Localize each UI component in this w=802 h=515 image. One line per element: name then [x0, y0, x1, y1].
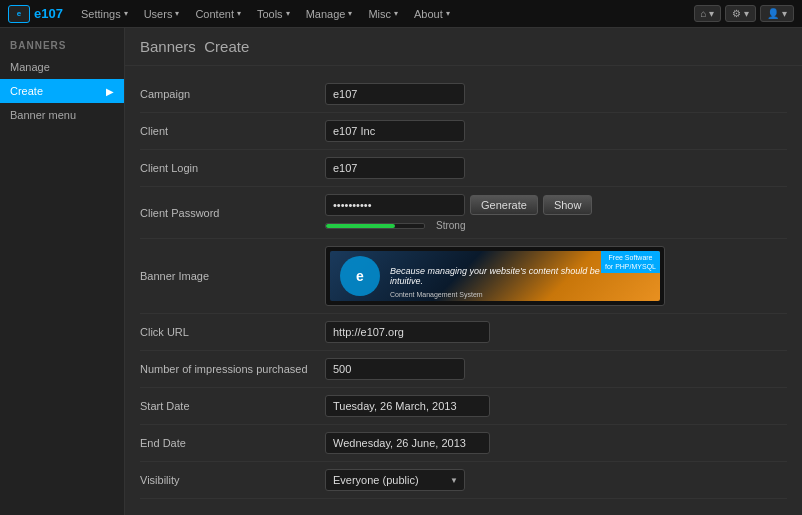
start-date-row: Start Date	[140, 388, 787, 425]
nav-content[interactable]: Content ▾	[187, 0, 249, 28]
strength-label: Strong	[436, 220, 465, 231]
client-password-control: Generate Show Strong	[325, 194, 787, 231]
client-control	[325, 120, 787, 142]
user-button[interactable]: 👤 ▾	[760, 5, 794, 22]
nav-items: Settings ▾ Users ▾ Content ▾ Tools ▾ Man…	[73, 0, 694, 28]
strength-bar-fill	[326, 224, 395, 228]
end-date-label: End Date	[140, 437, 325, 449]
password-row: Generate Show	[325, 194, 787, 216]
main-layout: BANNERS Manage Create ▶ Banner menu Bann…	[0, 28, 802, 515]
client-row: Client	[140, 113, 787, 150]
client-login-label: Client Login	[140, 162, 325, 174]
sidebar-item-create[interactable]: Create ▶	[0, 79, 124, 103]
client-login-control	[325, 157, 787, 179]
nav-tools[interactable]: Tools ▾	[249, 0, 298, 28]
start-date-label: Start Date	[140, 400, 325, 412]
settings-button[interactable]: ⚙ ▾	[725, 5, 756, 22]
form-area: Campaign Client Client Login	[125, 66, 802, 515]
nav-about[interactable]: About ▾	[406, 0, 458, 28]
show-button[interactable]: Show	[543, 195, 593, 215]
client-password-input[interactable]	[325, 194, 465, 216]
visibility-row: Visibility Everyone (public) Members onl…	[140, 462, 787, 499]
logo-icon: e	[8, 5, 30, 23]
banner-preview-background: e Because managing your website's conten…	[330, 251, 660, 301]
arrow-icon: ▶	[106, 86, 114, 97]
client-input[interactable]	[325, 120, 465, 142]
content-header: Banners Create	[125, 28, 802, 66]
sidebar-item-manage[interactable]: Manage	[0, 55, 124, 79]
banner-main-text: Because managing your website's content …	[390, 266, 600, 286]
top-navigation: e e107 Settings ▾ Users ▾ Content ▾ Tool…	[0, 0, 802, 28]
caret-icon: ▾	[394, 9, 398, 18]
home-button[interactable]: ⌂ ▾	[694, 5, 722, 22]
caret-icon: ▾	[237, 9, 241, 18]
banner-image-row: Banner Image e Because managing your web…	[140, 239, 787, 314]
nav-users[interactable]: Users ▾	[136, 0, 188, 28]
nav-misc[interactable]: Misc ▾	[360, 0, 406, 28]
content-area: Banners Create Campaign Client Client Lo	[125, 28, 802, 515]
end-date-control	[325, 432, 787, 454]
sidebar-item-banner-menu[interactable]: Banner menu	[0, 103, 124, 127]
caret-icon: ▾	[348, 9, 352, 18]
campaign-input[interactable]	[325, 83, 465, 105]
nav-manage[interactable]: Manage ▾	[298, 0, 361, 28]
strength-bar-container: Strong	[325, 220, 787, 231]
caret-icon: ▾	[286, 9, 290, 18]
visibility-control: Everyone (public) Members only Admins on…	[325, 469, 787, 491]
page-title: Banners Create	[140, 38, 787, 55]
banner-logo: e	[340, 256, 380, 296]
impressions-input[interactable]	[325, 358, 465, 380]
caret-icon: ▾	[124, 9, 128, 18]
banner-image-preview: e Because managing your website's conten…	[325, 246, 665, 306]
click-url-label: Click URL	[140, 326, 325, 338]
impressions-row: Number of impressions purchased	[140, 351, 787, 388]
generate-button[interactable]: Generate	[470, 195, 538, 215]
client-login-input[interactable]	[325, 157, 465, 179]
logo-text: e107	[34, 6, 63, 21]
impressions-label: Number of impressions purchased	[140, 363, 325, 375]
caret-icon: ▾	[175, 9, 179, 18]
start-date-control	[325, 395, 787, 417]
click-url-control	[325, 321, 787, 343]
banner-logo-icon: e	[340, 256, 380, 296]
banner-small-text: Content Management System	[390, 291, 483, 298]
create-row: Create	[140, 499, 787, 515]
client-password-label: Client Password	[140, 207, 325, 219]
logo: e e107	[8, 5, 63, 23]
client-label: Client	[140, 125, 325, 137]
campaign-label: Campaign	[140, 88, 325, 100]
sidebar-heading: BANNERS	[0, 36, 124, 55]
strength-bar-track	[325, 223, 425, 229]
client-password-row: Client Password Generate Show Strong	[140, 187, 787, 239]
end-date-input[interactable]	[325, 432, 490, 454]
campaign-row: Campaign	[140, 76, 787, 113]
visibility-select-wrapper: Everyone (public) Members only Admins on…	[325, 469, 465, 491]
campaign-control	[325, 83, 787, 105]
nav-settings[interactable]: Settings ▾	[73, 0, 136, 28]
client-login-row: Client Login	[140, 150, 787, 187]
start-date-input[interactable]	[325, 395, 490, 417]
nav-right-controls: ⌂ ▾ ⚙ ▾ 👤 ▾	[694, 5, 794, 22]
click-url-row: Click URL	[140, 314, 787, 351]
sidebar: BANNERS Manage Create ▶ Banner menu	[0, 28, 125, 515]
visibility-label: Visibility	[140, 474, 325, 486]
click-url-input[interactable]	[325, 321, 490, 343]
impressions-control	[325, 358, 787, 380]
banner-image-control: e Because managing your website's conten…	[325, 246, 787, 306]
end-date-row: End Date	[140, 425, 787, 462]
visibility-select[interactable]: Everyone (public) Members only Admins on…	[325, 469, 465, 491]
banner-tag: Free Software for PHP/MYSQL	[601, 251, 660, 273]
caret-icon: ▾	[446, 9, 450, 18]
banner-image-label: Banner Image	[140, 270, 325, 282]
